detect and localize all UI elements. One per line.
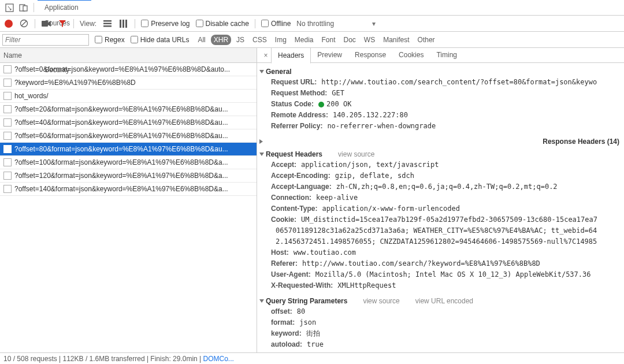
- divider: [135, 19, 135, 28]
- divider: [255, 19, 255, 28]
- regex-check[interactable]: Regex: [95, 36, 125, 44]
- request-name: ?offset=40&format=json&keyword=%E8%A1%97…: [14, 118, 228, 127]
- inspect-icon[interactable]: [2, 1, 16, 14]
- close-icon[interactable]: ×: [261, 51, 271, 60]
- detail-tab-response[interactable]: Response: [348, 48, 392, 63]
- request-name: ?offset=80&format=json&keyword=%E8%A1%97…: [14, 145, 228, 153]
- filter-type-font[interactable]: Font: [319, 35, 339, 45]
- offline-check[interactable]: Offline: [261, 20, 291, 28]
- divider: [73, 19, 74, 28]
- request-name: hot_words/: [14, 92, 49, 100]
- request-name: ?offset=60&format=json&keyword=%E8%A1%97…: [14, 132, 228, 140]
- file-icon: [3, 132, 12, 140]
- header-value: gzip, deflate, sdch: [335, 171, 414, 181]
- filter-type-css[interactable]: CSS: [250, 35, 270, 45]
- file-icon: [3, 65, 12, 73]
- svg-rect-7: [103, 23, 112, 24]
- request-row[interactable]: ?offset=120&format=json&keyword=%E8%A1%9…: [0, 169, 257, 183]
- response-headers-section[interactable]: Response Headers (14): [257, 135, 624, 147]
- hide-data-urls-check[interactable]: Hide data URLs: [131, 36, 190, 44]
- header-value: http://www.toutiao.com/search/?keyword=%…: [302, 259, 540, 269]
- filter-type-other[interactable]: Other: [415, 35, 438, 45]
- caret-down-icon: [259, 153, 264, 156]
- clear-icon[interactable]: [18, 18, 29, 29]
- filter-type-img[interactable]: Img: [272, 35, 289, 45]
- svg-rect-6: [103, 20, 112, 22]
- header-value: Mozilla/5.0 (Macintosh; Intel Mac OS X 1…: [315, 270, 591, 280]
- filter-type-all[interactable]: All: [195, 35, 208, 45]
- request-row[interactable]: ?offset=40&format=json&keyword=%E8%A1%97…: [0, 116, 257, 129]
- request-method-value: GET: [332, 88, 344, 98]
- preserve-log-check[interactable]: Preserve log: [141, 20, 190, 28]
- svg-rect-9: [120, 20, 121, 28]
- throttle-select[interactable]: No throttling ▾: [296, 20, 376, 28]
- param-value: 80: [297, 307, 305, 317]
- general-section[interactable]: General: [257, 65, 624, 77]
- statusbar: 10 / 508 requests | 112KB / 1.6MB transf…: [0, 352, 624, 364]
- query-params-section[interactable]: Query String Parameters view source view…: [257, 295, 624, 306]
- svg-rect-2: [23, 6, 27, 11]
- filter-type-media[interactable]: Media: [292, 35, 317, 45]
- detail-tab-timing[interactable]: Timing: [430, 48, 463, 63]
- header-value: application/x-www-form-urlencoded: [322, 204, 459, 214]
- request-name: ?offset=120&format=json&keyword=%E8%A1%9…: [14, 172, 228, 180]
- request-name: ?offset=100&format=json&keyword=%E8%A1%9…: [14, 158, 228, 166]
- filter-type-doc[interactable]: Doc: [341, 35, 359, 45]
- name-column-header[interactable]: Name: [0, 48, 257, 63]
- request-row[interactable]: ?offset=60&format=json&keyword=%E8%A1%97…: [0, 129, 257, 143]
- detail-tab-headers[interactable]: Headers: [271, 48, 311, 64]
- request-row[interactable]: hot_words/: [0, 90, 257, 103]
- view-list-icon[interactable]: [102, 18, 113, 29]
- view-label: View:: [80, 20, 96, 28]
- request-headers-section[interactable]: Request Headers view source: [257, 148, 624, 159]
- svg-rect-8: [103, 25, 112, 27]
- file-icon: [3, 79, 12, 87]
- remote-address-value: 140.205.132.227:80: [333, 110, 408, 120]
- request-row[interactable]: ?offset=140&format=json&keyword=%E8%A1%9…: [0, 183, 257, 196]
- disable-cache-check[interactable]: Disable cache: [196, 20, 249, 28]
- request-url-value: http://www.toutiao.com/search_content/?o…: [321, 77, 597, 87]
- chevron-down-icon: ▾: [372, 20, 376, 28]
- header-value: 065701189128c31a62a25cd371a3a6a; WEATHER…: [276, 226, 597, 236]
- detail-tab-cookies[interactable]: Cookies: [392, 48, 430, 63]
- caret-right-icon: [259, 139, 541, 144]
- file-icon: [3, 185, 12, 193]
- tab-application[interactable]: Application: [38, 0, 91, 16]
- file-icon: [3, 145, 12, 153]
- device-icon[interactable]: [16, 1, 30, 14]
- camera-icon[interactable]: [41, 18, 51, 29]
- param-value: json: [299, 318, 316, 328]
- request-row[interactable]: ?offset=100&format=json&keyword=%E8%A1%9…: [0, 156, 257, 169]
- svg-line-4: [21, 21, 27, 26]
- record-button[interactable]: [5, 20, 13, 28]
- divider: [34, 3, 34, 12]
- header-value: www.toutiao.com: [294, 248, 356, 258]
- filter-type-js[interactable]: JS: [233, 35, 247, 45]
- file-icon: [3, 92, 12, 100]
- header-value: keep-alive: [316, 193, 358, 203]
- request-name: ?offset=20&format=json&keyword=%E8%A1%97…: [14, 105, 228, 113]
- view-url-encoded-link[interactable]: view URL encoded: [415, 297, 473, 305]
- file-icon: [3, 105, 12, 113]
- caret-down-icon: [259, 70, 264, 73]
- request-row[interactable]: ?keyword=%E8%A1%97%E6%8B%8D: [0, 76, 257, 90]
- request-row[interactable]: ?offset=80&format=json&keyword=%E8%A1%97…: [0, 143, 257, 156]
- view-frames-icon[interactable]: [118, 18, 129, 29]
- filter-type-ws[interactable]: WS: [361, 35, 378, 45]
- header-value: XMLHttpRequest: [337, 281, 396, 291]
- referrer-policy-value: no-referrer-when-downgrade: [327, 121, 436, 131]
- filter-icon[interactable]: [57, 18, 68, 29]
- filter-input[interactable]: [2, 34, 89, 46]
- detail-tab-preview[interactable]: Preview: [311, 48, 348, 63]
- request-row[interactable]: ?offset=0&format=json&keyword=%E8%A1%97%…: [0, 63, 257, 76]
- header-value: zh-CN,zh;q=0.8,en;q=0.6,ja;q=0.4,zh-TW;q…: [336, 182, 558, 192]
- view-source-link[interactable]: view source: [338, 150, 374, 158]
- file-icon: [3, 158, 12, 166]
- filter-type-manifest[interactable]: Manifest: [380, 35, 412, 45]
- header-value: application/json, text/javascript: [301, 160, 439, 170]
- view-source-link[interactable]: view source: [363, 297, 399, 305]
- request-row[interactable]: ?offset=20&format=json&keyword=%E8%A1%97…: [0, 103, 257, 116]
- filter-type-xhr[interactable]: XHR: [211, 35, 231, 45]
- status-dot-icon: [318, 102, 324, 107]
- svg-rect-11: [125, 20, 127, 28]
